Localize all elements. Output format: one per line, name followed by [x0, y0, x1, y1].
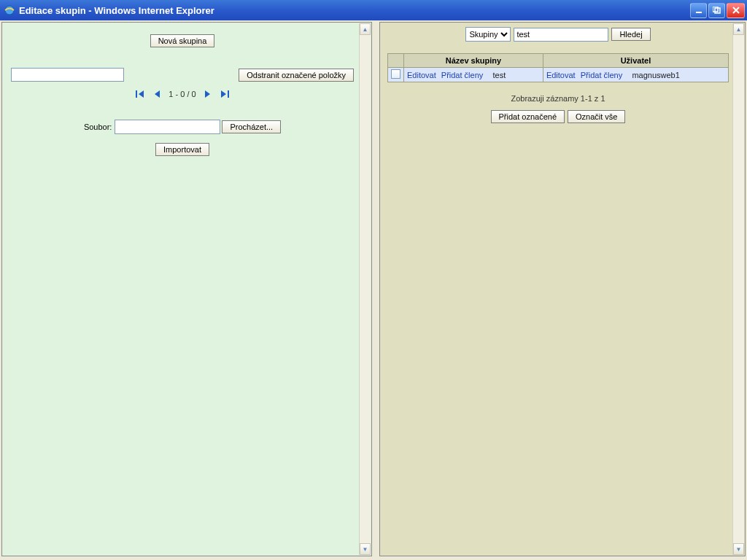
row-checkbox[interactable] — [391, 69, 400, 79]
add-members-link[interactable]: Přidat členy — [441, 71, 483, 79]
svg-rect-5 — [228, 90, 229, 98]
pager-next-icon[interactable] — [204, 89, 212, 99]
edit-user-link[interactable]: Editovat — [546, 71, 576, 79]
right-pane: Skupiny Hledej Název skupiny Uživatel — [379, 22, 746, 556]
close-button[interactable] — [727, 3, 745, 18]
svg-point-0 — [5, 6, 14, 15]
pager-last-icon[interactable] — [220, 89, 230, 99]
maximize-button[interactable] — [708, 3, 725, 18]
file-label: Soubor: — [84, 122, 112, 131]
user-name-cell: magnusweb1 — [632, 71, 679, 79]
scroll-track[interactable] — [360, 35, 371, 543]
search-input[interactable] — [514, 28, 608, 42]
scroll-track[interactable] — [733, 35, 744, 543]
pager-info: 1 - 0 / 0 — [169, 90, 196, 98]
file-path-input[interactable] — [115, 120, 220, 134]
window-titlebar: Editace skupin - Windows Internet Explor… — [0, 0, 747, 20]
pager: 1 - 0 / 0 — [11, 89, 354, 99]
add-members-user-link[interactable]: Přidat členy — [581, 71, 622, 79]
new-group-button[interactable]: Nová skupina — [150, 34, 215, 47]
group-name-cell: test — [492, 71, 506, 79]
scroll-up-icon[interactable]: ▲ — [733, 23, 744, 35]
add-marked-button[interactable]: Přidat označené — [491, 110, 565, 123]
search-type-select[interactable]: Skupiny — [465, 27, 511, 42]
right-scrollbar[interactable]: ▲ ▼ — [732, 23, 744, 555]
status-text: Zobrazuji záznamy 1-1 z 1 — [387, 94, 729, 103]
minimize-button[interactable] — [690, 3, 707, 18]
mark-all-button[interactable]: Označit vše — [568, 110, 625, 123]
scroll-down-icon[interactable]: ▼ — [360, 543, 371, 555]
col-user: Uživatel — [543, 54, 728, 68]
main-panes: Nová skupina Odstranit označené položky … — [0, 20, 747, 560]
svg-rect-4 — [136, 90, 137, 98]
import-button[interactable]: Importovat — [155, 143, 209, 156]
edit-group-link[interactable]: Editovat — [407, 71, 436, 79]
browse-button[interactable]: Procházet... — [222, 120, 281, 133]
window-title: Editace skupin - Windows Internet Explor… — [19, 5, 689, 16]
table-row: Editovat Přidat členy test Editovat Přid… — [388, 68, 729, 82]
results-table: Název skupiny Uživatel Editovat Přidat č… — [387, 53, 729, 82]
left-scrollbar[interactable]: ▲ ▼ — [359, 23, 371, 555]
svg-rect-1 — [696, 12, 702, 13]
scroll-up-icon[interactable]: ▲ — [360, 23, 371, 35]
delete-marked-button[interactable]: Odstranit označené položky — [239, 69, 354, 82]
group-name-input[interactable] — [11, 68, 124, 82]
col-checkbox — [388, 54, 404, 68]
ie-icon — [4, 4, 15, 16]
pager-first-icon[interactable] — [135, 89, 145, 99]
pager-prev-icon[interactable] — [152, 89, 161, 99]
col-group-name: Název skupiny — [404, 54, 543, 68]
search-button[interactable]: Hledej — [611, 28, 650, 41]
scroll-down-icon[interactable]: ▼ — [733, 543, 744, 555]
left-pane: Nová skupina Odstranit označené položky … — [1, 22, 372, 556]
